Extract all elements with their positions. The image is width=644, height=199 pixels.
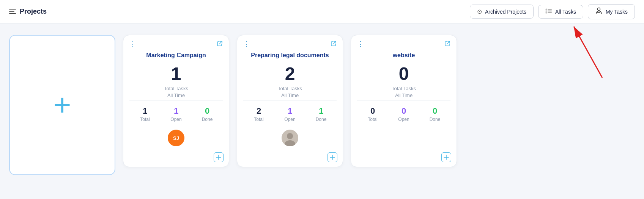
- svg-point-11: [287, 133, 293, 139]
- svg-point-2: [545, 10, 546, 11]
- top-bar-right: ⊙ Archived Projects All Tasks: [470, 4, 635, 19]
- card-title: Preparing legal documents: [237, 48, 343, 61]
- avatar-marketing: SJ: [168, 130, 184, 146]
- stat-total-number: 0: [357, 107, 388, 115]
- stat-done-number: 0: [419, 107, 450, 115]
- svg-point-4: [545, 12, 546, 13]
- card-header: ⋮: [351, 35, 457, 48]
- stat-open: 1 Open: [274, 107, 305, 122]
- project-cards-container: ⋮ Marketing Campaign 1 Total TasksAll Ti…: [123, 35, 457, 167]
- stat-done-label: Done: [419, 117, 450, 122]
- total-tasks-label: Total TasksAll Time: [129, 85, 223, 99]
- stat-open-label: Open: [388, 117, 419, 122]
- stat-total: 0 Total: [357, 107, 388, 122]
- stat-done-label: Done: [305, 117, 337, 122]
- stat-open: 0 Open: [388, 107, 419, 122]
- stat-done: 1 Done: [305, 107, 337, 122]
- stat-open: 1 Open: [161, 107, 192, 122]
- card-menu-icon[interactable]: ⋮: [243, 41, 251, 47]
- project-card-legal: ⋮ Preparing legal documents 2 Total Task…: [237, 35, 343, 167]
- stat-open-label: Open: [274, 117, 305, 122]
- card-stats-row: 1 Total 1 Open 0 Done: [123, 101, 229, 127]
- stat-total: 1 Total: [129, 107, 161, 122]
- stat-total: 2 Total: [243, 107, 274, 122]
- top-bar-left: Projects: [9, 8, 47, 16]
- card-header: ⋮: [123, 35, 229, 48]
- card-avatar-row: [237, 127, 343, 152]
- stat-done-label: Done: [192, 117, 223, 122]
- menu-icon[interactable]: [9, 9, 16, 14]
- stat-done-number: 1: [305, 107, 337, 115]
- svg-point-0: [545, 8, 546, 9]
- card-stats-main: 2 Total TasksAll Time: [243, 61, 337, 101]
- svg-rect-1: [548, 9, 552, 9]
- page-title: Projects: [20, 8, 47, 16]
- card-stats-row: 2 Total 1 Open 1 Done: [237, 101, 343, 127]
- archive-icon: ⊙: [477, 8, 482, 15]
- add-project-card[interactable]: +: [9, 35, 115, 175]
- card-stats-main: 0 Total TasksAll Time: [357, 61, 450, 101]
- stat-total-label: Total: [129, 117, 161, 122]
- all-tasks-button[interactable]: All Tasks: [538, 5, 583, 19]
- stat-done-number: 0: [192, 107, 223, 115]
- stat-total-number: 1: [129, 107, 161, 115]
- card-external-link-icon[interactable]: [444, 41, 450, 48]
- svg-point-6: [597, 8, 600, 10]
- list-icon: [545, 8, 552, 15]
- stat-total-label: Total: [243, 117, 274, 122]
- card-add-task-button[interactable]: [328, 152, 337, 162]
- stat-open-number: 1: [161, 107, 192, 115]
- card-external-link-icon[interactable]: [217, 41, 223, 48]
- stat-open-number: 1: [274, 107, 305, 115]
- stat-total-label: Total: [357, 117, 388, 122]
- total-tasks-number: 1: [129, 65, 223, 83]
- stat-done: 0 Done: [192, 107, 223, 122]
- card-menu-icon[interactable]: ⋮: [357, 41, 365, 47]
- my-tasks-button[interactable]: My Tasks: [588, 4, 635, 19]
- card-add-task-button[interactable]: [214, 152, 224, 162]
- svg-rect-5: [548, 13, 552, 13]
- project-card-marketing: ⋮ Marketing Campaign 1 Total TasksAll Ti…: [123, 35, 229, 167]
- card-external-link-icon[interactable]: [331, 41, 337, 48]
- card-footer: [351, 152, 457, 167]
- all-tasks-label: All Tasks: [555, 9, 576, 15]
- card-title: Marketing Campaign: [123, 48, 229, 61]
- stat-total-number: 2: [243, 107, 274, 115]
- total-tasks-number: 2: [243, 65, 337, 83]
- card-avatar-row: [351, 127, 457, 152]
- card-stats-main: 1 Total TasksAll Time: [129, 61, 223, 101]
- archived-projects-label: Archived Projects: [485, 9, 526, 15]
- archived-projects-button[interactable]: ⊙ Archived Projects: [470, 5, 534, 19]
- total-tasks-label: Total TasksAll Time: [357, 85, 450, 99]
- project-card-website: ⋮ website 0 Total TasksAll Time 0 Total: [351, 35, 457, 167]
- card-menu-icon[interactable]: ⋮: [129, 41, 137, 47]
- card-footer: [237, 152, 343, 167]
- card-footer: [123, 152, 229, 167]
- stat-open-number: 0: [388, 107, 419, 115]
- card-header: ⋮: [237, 35, 343, 48]
- person-icon: [595, 8, 603, 16]
- total-tasks-number: 0: [357, 65, 450, 83]
- add-project-icon: +: [54, 90, 71, 120]
- card-title: website: [351, 48, 457, 61]
- main-content: + ⋮ Marketing Campaign 1 Total TasksAll …: [0, 24, 644, 186]
- total-tasks-label: Total TasksAll Time: [243, 85, 337, 99]
- stat-done: 0 Done: [419, 107, 450, 122]
- card-avatar-row: SJ: [123, 127, 229, 152]
- top-bar: Projects ⊙ Archived Projects All Tasks: [0, 0, 644, 24]
- avatar-legal: [282, 130, 298, 146]
- card-stats-row: 0 Total 0 Open 0 Done: [351, 101, 457, 127]
- my-tasks-label: My Tasks: [606, 9, 628, 15]
- svg-rect-3: [548, 11, 552, 11]
- card-add-task-button[interactable]: [441, 152, 451, 162]
- stat-open-label: Open: [161, 117, 192, 122]
